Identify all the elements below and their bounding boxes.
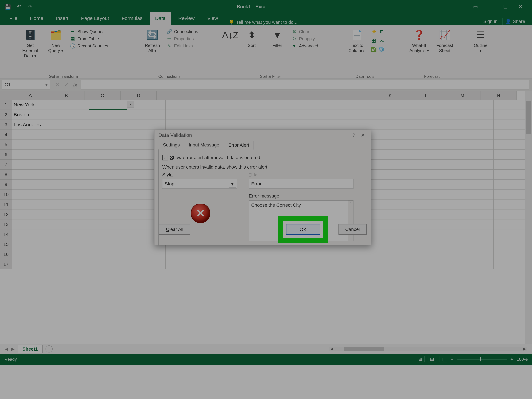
close-icon[interactable]: ✕ [515, 4, 525, 10]
save-icon[interactable]: 💾 [4, 3, 11, 10]
relationships-button[interactable]: ⫘ [379, 38, 385, 43]
col-header-d[interactable]: D [120, 91, 157, 100]
cell[interactable] [127, 120, 165, 130]
horizontal-scrollbar[interactable]: ◀ ▶ [329, 347, 527, 351]
cell[interactable] [378, 100, 417, 110]
recent-sources-button[interactable]: 🕓Recent Sources [70, 43, 108, 49]
cell[interactable] [12, 229, 50, 239]
cell[interactable] [89, 180, 127, 190]
cell[interactable] [165, 100, 379, 110]
cell[interactable] [89, 160, 127, 170]
cell[interactable] [89, 249, 127, 259]
cell[interactable] [12, 180, 50, 190]
cell[interactable] [378, 160, 417, 170]
row-header[interactable]: 11 [0, 200, 12, 209]
row-header[interactable]: 4 [0, 130, 12, 140]
cell[interactable] [89, 120, 127, 130]
redo-icon[interactable]: ↷ [27, 3, 34, 10]
cell[interactable] [417, 200, 455, 209]
clear-all-button[interactable]: Clear All [159, 224, 190, 234]
cell[interactable] [455, 200, 494, 209]
cell[interactable] [12, 259, 50, 269]
sheet-nav-next-icon[interactable]: ▶ [11, 347, 15, 352]
cell[interactable] [89, 110, 127, 120]
cell[interactable]: Boston [12, 110, 50, 120]
ok-button[interactable]: OK [286, 224, 320, 235]
cell[interactable] [89, 219, 127, 229]
sort-az-button[interactable]: A↓Z [223, 29, 238, 41]
cell[interactable] [89, 150, 127, 160]
flash-fill-button[interactable]: ⚡ [371, 29, 377, 34]
cell[interactable] [50, 100, 89, 110]
remove-duplicates-button[interactable]: ▦ [371, 38, 377, 43]
cell[interactable] [455, 150, 494, 160]
cell[interactable] [50, 229, 89, 239]
view-normal-button[interactable]: ▦ [417, 356, 424, 362]
cell[interactable] [12, 219, 50, 229]
cell[interactable] [378, 259, 417, 269]
cell[interactable] [50, 170, 89, 180]
cell[interactable] [378, 150, 417, 160]
get-external-data-button[interactable]: 🗄️ Get External Data ▾ [19, 29, 42, 58]
cell[interactable] [12, 150, 50, 160]
cell[interactable] [455, 259, 494, 269]
cell[interactable] [89, 259, 127, 269]
cell[interactable]: New York [12, 100, 50, 110]
cell[interactable] [417, 180, 455, 190]
cell[interactable] [417, 110, 455, 120]
cell[interactable] [417, 219, 455, 229]
cell[interactable] [165, 259, 379, 269]
col-header-c[interactable]: C [84, 91, 120, 100]
cell[interactable] [89, 170, 127, 180]
cell[interactable] [378, 219, 417, 229]
tab-insert[interactable]: Insert [51, 12, 74, 25]
cell[interactable] [417, 259, 455, 269]
cell[interactable] [12, 130, 50, 140]
cell[interactable] [50, 160, 89, 170]
cell[interactable] [50, 130, 89, 140]
row-header[interactable]: 16 [0, 249, 12, 259]
col-header-l[interactable]: L [408, 91, 444, 100]
row-header[interactable]: 7 [0, 160, 12, 170]
cell[interactable] [417, 209, 455, 219]
cell[interactable] [50, 190, 89, 200]
row-header[interactable]: 13 [0, 219, 12, 229]
name-box[interactable]: C1 ▾ [2, 80, 50, 89]
cell[interactable] [89, 190, 127, 200]
cell[interactable] [455, 249, 494, 259]
share-button[interactable]: 👤 Share [502, 18, 528, 25]
cell[interactable] [455, 100, 494, 110]
cell-dropdown-button[interactable]: ▾ [127, 101, 134, 108]
select-all-corner[interactable] [0, 91, 12, 100]
fx-icon[interactable]: fx [73, 82, 77, 88]
row-header[interactable]: 2 [0, 110, 12, 120]
tab-review[interactable]: Review [173, 12, 200, 25]
cell[interactable] [378, 229, 417, 239]
cell[interactable] [12, 249, 50, 259]
cell[interactable] [89, 229, 127, 239]
cell[interactable] [89, 200, 127, 209]
cell[interactable] [417, 229, 455, 239]
maximize-icon[interactable]: ☐ [500, 4, 510, 10]
zoom-slider[interactable] [457, 359, 507, 360]
cell[interactable] [12, 190, 50, 200]
cell[interactable] [417, 130, 455, 140]
tab-home[interactable]: Home [25, 12, 49, 25]
cell[interactable] [378, 170, 417, 180]
reapply-button[interactable]: ↻Reapply [291, 36, 318, 42]
connections-button[interactable]: 🔗Connections [166, 29, 198, 34]
dialog-help-icon[interactable]: ? [349, 132, 358, 138]
dialog-tab-settings[interactable]: Settings [158, 140, 184, 149]
cell[interactable] [50, 180, 89, 190]
cell[interactable] [455, 180, 494, 190]
cell[interactable] [417, 170, 455, 180]
formula-input[interactable] [81, 80, 529, 89]
row-header[interactable]: 15 [0, 239, 12, 249]
cell[interactable] [127, 249, 165, 259]
cell[interactable] [417, 100, 455, 110]
cell[interactable] [455, 140, 494, 150]
cell[interactable] [378, 200, 417, 209]
manage-data-model-button[interactable]: 🧊 [379, 47, 385, 52]
show-error-alert-checkbox[interactable]: ✓ Show error alert after invalid data is… [162, 155, 363, 160]
cell[interactable] [417, 120, 455, 130]
